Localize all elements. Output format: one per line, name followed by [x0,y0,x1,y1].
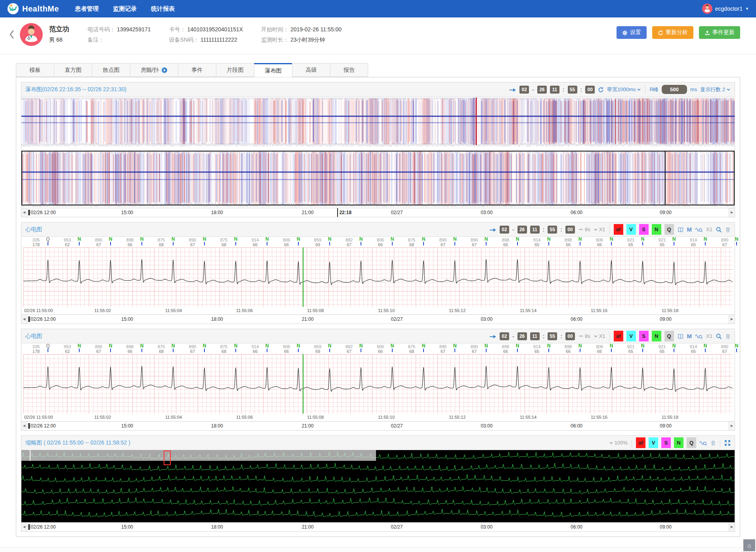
beat-type-marker[interactable]: N [76,344,82,352]
beat-type-marker[interactable]: N [358,237,364,245]
chip-n[interactable]: N [652,224,661,235]
beat-type-marker[interactable]: N [640,237,645,245]
ecg-time-axis[interactable]: ◀02/26 12:0015:0018:0021:0002/2703:0006:… [21,314,735,324]
expand-icon[interactable] [724,439,731,446]
gain-select[interactable]: X1 [594,226,605,232]
beat-type-marker[interactable]: N [327,237,332,245]
ecg-second-box[interactable]: 00 [565,332,575,340]
beat-type-marker[interactable]: N [609,344,614,352]
nav-item-reports[interactable]: 统计报表 [151,5,175,13]
beat-type-marker[interactable]: N [296,237,301,245]
thumb-time-axis[interactable]: ◀02/26 12:0015:0018:0021:0002/2703:0006:… [21,522,735,531]
reanalyze-button[interactable]: 重新分析 [652,26,693,39]
ecg-hour-box[interactable]: 11 [530,226,540,234]
play-icon[interactable] [161,63,168,77]
ecg-second-box[interactable]: 00 [565,226,575,234]
beat-type-marker[interactable]: N [139,237,145,245]
beat-type-marker[interactable]: N [76,237,82,245]
wave-search-icon[interactable] [695,333,703,339]
chip-s[interactable]: S [661,437,671,448]
tab-template[interactable]: 模板 [16,63,54,77]
thumb-zoom-select[interactable]: 100% [609,440,628,446]
search-icon[interactable] [716,226,722,233]
axis-scrollbar-thumb[interactable] [28,210,30,215]
beat-type-marker[interactable]: Q [45,344,51,352]
brand[interactable]: HealthMe [7,3,59,15]
beat-type-marker[interactable]: N [671,344,677,352]
book-icon[interactable] [677,333,684,339]
chip-n[interactable]: N [652,331,661,341]
beat-type-marker[interactable]: N [577,237,583,245]
beat-type-marker[interactable]: N [671,237,677,245]
wf-refresh-icon[interactable] [598,86,604,93]
chip-s[interactable]: S [639,224,649,235]
ecg-strip[interactable] [23,354,733,414]
chip-q[interactable]: Q [664,224,674,235]
beat-type-marker[interactable]: N [170,237,176,245]
chip-af[interactable]: af [614,224,623,235]
gain-select[interactable]: X1 [594,333,605,339]
beat-type-marker[interactable]: N [202,344,207,352]
beat-type-marker[interactable]: N [389,344,395,352]
back-to-top-button[interactable]: ⌂ [743,539,755,551]
beat-type-marker[interactable]: N [640,344,645,352]
wave-search-icon[interactable] [695,226,703,233]
tab-advanced[interactable]: 高级 [292,63,330,77]
tab-histogram[interactable]: 直方图 [54,63,92,77]
beat-type-marker[interactable]: N [358,344,364,352]
bookmark-icon[interactable]: M [687,226,692,233]
beat-type-marker[interactable]: N [233,344,239,352]
user-menu[interactable]: ecgdoctor1 ▼ [702,4,749,14]
wf-minute-box[interactable]: 55 [568,86,577,94]
beat-type-marker[interactable]: N [483,344,489,352]
axis-scroll-left[interactable]: ◀ [21,422,27,430]
thumb-view-band[interactable] [21,450,376,461]
book-icon[interactable] [677,226,684,233]
thumbnail-plot[interactable] [21,450,735,522]
tab-waterfall[interactable]: 瀑布图 [254,63,292,77]
axis-scrollbar-thumb[interactable] [28,423,30,429]
ecg-minute-box[interactable]: 55 [548,226,557,234]
beat-type-marker[interactable]: N [703,344,708,352]
chip-v[interactable]: V [649,437,658,448]
jump-arrow-icon[interactable] [489,333,496,339]
ecg-time-axis[interactable]: ◀02/26 12:0015:0018:0021:0002/2703:0006:… [21,421,735,430]
axis-scroll-left[interactable]: ◀ [21,523,27,531]
axis-scroll-left[interactable]: ◀ [21,208,27,217]
beat-type-marker[interactable]: N [452,237,458,245]
ecg-month-box[interactable]: 02 [500,226,509,234]
wave-search-icon[interactable] [699,439,707,446]
chip-v[interactable]: V [626,331,636,341]
beat-type-marker[interactable]: N [139,344,145,352]
trash-icon[interactable] [725,333,731,339]
search-icon[interactable] [716,333,722,339]
beat-type-marker[interactable]: N [546,237,552,245]
beat-type-marker[interactable]: N [577,344,583,352]
bandwidth-select[interactable]: 带宽1000ms [607,86,641,93]
beat-type-marker[interactable]: N [515,237,520,245]
wf-day-box[interactable]: 26 [537,86,547,94]
ecg-minute-box[interactable]: 55 [548,332,557,340]
jump-arrow-icon[interactable] [489,226,496,232]
tab-segments[interactable]: 片段图 [216,63,254,77]
tab-afib[interactable]: 房颤/扑 [130,63,178,77]
beat-type-marker[interactable]: N [233,237,239,245]
rpeak-input[interactable] [662,85,687,94]
zoom-level-label[interactable]: X1 [706,333,712,339]
waterfall-time-axis[interactable]: ◀02/26 12:0015:0018:0021:0002/2703:0006:… [21,208,735,217]
axis-scroll-left[interactable]: ◀ [21,315,27,324]
beat-type-marker[interactable]: N [734,237,739,245]
beat-type-marker[interactable]: Q [45,237,51,245]
tab-scatter[interactable]: 散点图 [92,63,130,77]
back-button[interactable] [6,27,17,42]
nav-item-patients[interactable]: 患者管理 [75,5,99,13]
beat-type-marker[interactable]: N [734,344,739,352]
wf-second-box[interactable]: 00 [585,86,595,94]
bookmark-icon[interactable]: M [687,333,692,339]
trash-icon[interactable] [725,226,731,233]
beat-type-marker[interactable]: N [421,237,426,245]
beat-type-marker[interactable]: N [108,344,113,352]
beat-type-marker[interactable]: N [389,237,395,245]
chip-q[interactable]: Q [664,331,674,341]
waterfall-plot[interactable] [21,97,735,208]
